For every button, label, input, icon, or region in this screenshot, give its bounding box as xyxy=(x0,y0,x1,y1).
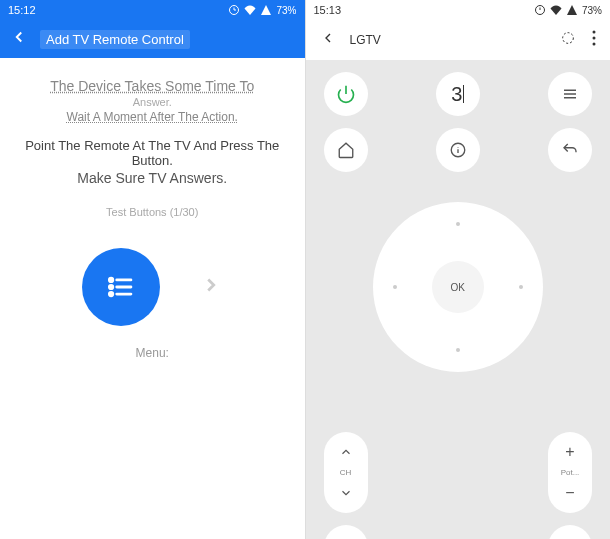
remote-header: LGTV xyxy=(306,20,611,60)
power-button[interactable] xyxy=(324,72,368,116)
volume-control: + Pot... − xyxy=(548,432,592,513)
volume-up[interactable]: + xyxy=(565,442,574,462)
back-icon[interactable] xyxy=(10,28,28,50)
info-line-5: Make Sure TV Answers. xyxy=(12,170,293,186)
info-line-2: Answer. xyxy=(12,96,293,108)
info-line-4: Point The Remote At The TV And Press The… xyxy=(12,138,293,168)
status-icons: 73% xyxy=(534,4,602,16)
info-line-1: The Device Takes Some Time To xyxy=(12,78,293,94)
status-time: 15:12 xyxy=(8,4,36,16)
test-counter: Test Buttons (1/30) xyxy=(12,206,293,218)
svg-point-3 xyxy=(110,278,113,281)
dpad-right[interactable] xyxy=(519,285,523,289)
svg-point-5 xyxy=(110,285,113,288)
chevron-right-icon[interactable] xyxy=(200,271,222,303)
hamburger-button[interactable] xyxy=(548,72,592,116)
menu-label: Menu: xyxy=(12,346,293,360)
tv-name: LGTV xyxy=(350,33,561,47)
more-options-button[interactable] xyxy=(324,525,368,539)
dpad-left[interactable] xyxy=(393,285,397,289)
menu-button[interactable] xyxy=(82,248,160,326)
info-button[interactable] xyxy=(436,128,480,172)
dpad[interactable]: OK xyxy=(373,202,543,372)
svg-point-14 xyxy=(593,43,596,46)
more-icon[interactable] xyxy=(592,30,596,50)
svg-point-7 xyxy=(110,292,113,295)
status-bar-left: 15:12 73% xyxy=(0,0,305,20)
channel-down[interactable] xyxy=(339,483,353,503)
svg-point-12 xyxy=(593,31,596,34)
info-line-3: Wait A Moment After The Action. xyxy=(12,110,293,124)
ok-button[interactable]: OK xyxy=(432,261,484,313)
number-button[interactable]: 3 xyxy=(436,72,480,116)
refresh-icon[interactable] xyxy=(560,30,576,50)
status-icons: 73% xyxy=(228,4,296,16)
volume-down[interactable]: − xyxy=(565,483,574,503)
app-header: Add TV Remote Control xyxy=(0,20,305,58)
volume-label: Pot... xyxy=(561,468,580,477)
back-button[interactable] xyxy=(548,128,592,172)
channel-up[interactable] xyxy=(339,442,353,462)
mute-button[interactable] xyxy=(548,525,592,539)
dpad-down[interactable] xyxy=(456,348,460,352)
home-button[interactable] xyxy=(324,128,368,172)
header-title: Add TV Remote Control xyxy=(40,30,190,49)
svg-point-11 xyxy=(563,33,574,44)
channel-label: CH xyxy=(340,468,352,477)
status-time: 15:13 xyxy=(314,4,342,16)
channel-control: CH xyxy=(324,432,368,513)
back-icon[interactable] xyxy=(320,30,336,50)
svg-point-13 xyxy=(593,37,596,40)
dpad-up[interactable] xyxy=(456,222,460,226)
status-bar-right: 15:13 73% xyxy=(306,0,611,20)
